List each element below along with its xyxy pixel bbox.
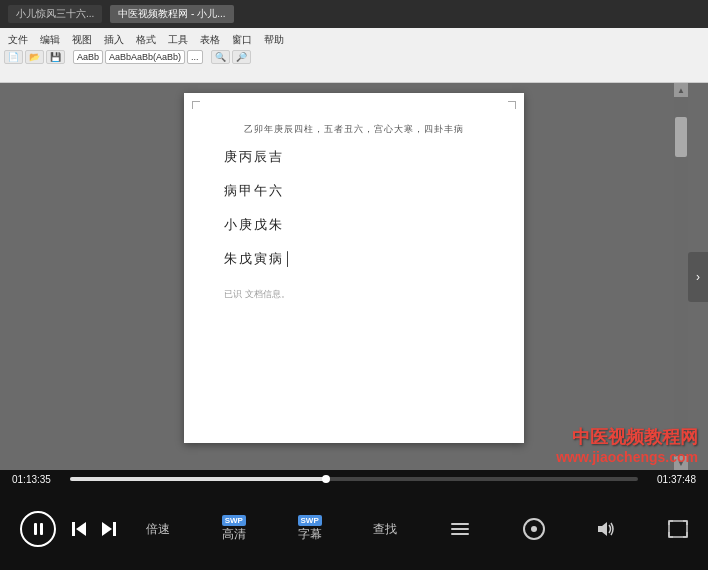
menu-edit[interactable]: 编辑	[36, 32, 64, 48]
next-button[interactable]	[102, 522, 116, 536]
doc-line-2: 病甲午六	[224, 182, 484, 200]
scroll-thumb[interactable]	[675, 117, 687, 157]
prev-icon	[72, 522, 86, 536]
volume-icon	[596, 520, 616, 538]
subtitle-button[interactable]: SWP 字幕	[298, 515, 322, 543]
find-label: 查找	[373, 521, 397, 538]
toolbar-new[interactable]: 📄	[4, 50, 23, 64]
document-area: ▲ ▼ › 乙卯年庚辰四柱，五者丑六，宫心大寒，四卦丰病 庚丙辰吉 病甲午六 小…	[0, 83, 708, 470]
toolbar-area: 文件 编辑 视图 插入 格式 工具 表格 窗口 帮助 📄 📂 💾 AaBb Aa…	[0, 28, 708, 83]
speed-label: 倍速	[146, 521, 170, 538]
doc-line-3: 小庚戊朱	[224, 216, 484, 234]
time-total: 01:37:48	[646, 474, 696, 485]
svg-rect-1	[669, 521, 687, 537]
menu-bar: 文件 编辑 视图 插入 格式 工具 表格 窗口 帮助	[4, 30, 704, 50]
scroll-up[interactable]: ▲	[674, 83, 688, 97]
playlist-button[interactable]	[449, 521, 471, 537]
menu-insert[interactable]: 插入	[100, 32, 128, 48]
menu-tools[interactable]: 工具	[164, 32, 192, 48]
progress-area: 01:13:35 01:37:48	[0, 470, 708, 488]
style-selector: AaBb AaBbAaBb(AaBb) ...	[73, 50, 203, 64]
document-page: 乙卯年庚辰四柱，五者丑六，宫心大寒，四卦丰病 庚丙辰吉 病甲午六 小庚戊朱 朱戊…	[184, 93, 524, 443]
title-bar: 小儿惊风三十六... 中医视频教程网 - 小儿...	[0, 0, 708, 28]
wps-window: 小儿惊风三十六... 中医视频教程网 - 小儿... 文件 编辑 视图 插入 格…	[0, 0, 708, 470]
prev-button[interactable]	[72, 522, 86, 536]
corner-mark-tl	[192, 101, 200, 109]
quality-label: 高清	[222, 526, 246, 543]
style-h1[interactable]: AaBbAaBb(AaBb)	[105, 50, 185, 64]
time-elapsed: 01:13:35	[12, 474, 62, 485]
style-normal[interactable]: AaBb	[73, 50, 103, 64]
svg-marker-0	[598, 522, 607, 536]
right-controls: 倍速 SWP 高清 SWP 字幕 查找	[146, 515, 688, 543]
progress-bar[interactable]	[70, 477, 638, 481]
menu-table[interactable]: 表格	[196, 32, 224, 48]
controls-row: 倍速 SWP 高清 SWP 字幕 查找	[0, 488, 708, 570]
loop-icon	[523, 518, 545, 540]
style-more[interactable]: ...	[187, 50, 203, 64]
fullscreen-button[interactable]	[668, 520, 688, 538]
progress-fill	[70, 477, 326, 481]
progress-dot	[322, 475, 330, 483]
scroll-track[interactable]	[674, 97, 688, 456]
play-pause-button[interactable]	[20, 511, 56, 547]
doc-line-4: 朱戊寅病│	[224, 250, 484, 268]
toolbar-search[interactable]: 🔍	[211, 50, 230, 64]
next-icon	[102, 522, 116, 536]
menu-file[interactable]: 文件	[4, 32, 32, 48]
document-title-line: 乙卯年庚辰四柱，五者丑六，宫心大寒，四卦丰病	[224, 123, 484, 136]
toolbar-open[interactable]: 📂	[25, 50, 44, 64]
speed-button[interactable]: 倍速	[146, 521, 170, 538]
corner-mark-tr	[508, 101, 516, 109]
video-controls: 01:13:35 01:37:48	[0, 470, 708, 570]
document-viewer: 小儿惊风三十六... 中医视频教程网 - 小儿... 文件 编辑 视图 插入 格…	[0, 0, 708, 470]
subtitle-label: 字幕	[298, 526, 322, 543]
loop-button[interactable]	[523, 518, 545, 540]
menu-window[interactable]: 窗口	[228, 32, 256, 48]
volume-button[interactable]	[596, 520, 616, 538]
menu-view[interactable]: 视图	[68, 32, 96, 48]
list-icon	[449, 521, 471, 537]
playback-buttons	[20, 511, 116, 547]
cursor: │	[284, 251, 294, 266]
toolbar-save[interactable]: 💾	[46, 50, 65, 64]
pause-icon	[34, 523, 43, 535]
tab-doc1[interactable]: 小儿惊风三十六...	[8, 5, 102, 23]
menu-help[interactable]: 帮助	[260, 32, 288, 48]
quality-button[interactable]: SWP 高清	[222, 515, 246, 543]
menu-format[interactable]: 格式	[132, 32, 160, 48]
scrollbar[interactable]: ▲ ▼	[674, 83, 688, 470]
doc-line-1: 庚丙辰吉	[224, 148, 484, 166]
toolbar-buttons: 📄 📂 💾 AaBb AaBbAaBb(AaBb) ... 🔍 🔎	[4, 50, 704, 64]
find-button[interactable]: 查找	[373, 521, 397, 538]
scroll-down[interactable]: ▼	[674, 456, 688, 470]
tab-doc2[interactable]: 中医视频教程网 - 小儿...	[110, 5, 233, 23]
toolbar-zoom[interactable]: 🔎	[232, 50, 251, 64]
fullscreen-icon	[668, 520, 688, 538]
subtitle-badge: SWP	[298, 515, 322, 526]
quality-badge: SWP	[222, 515, 246, 526]
panel-expand-arrow[interactable]: ›	[688, 252, 708, 302]
play-circle	[20, 511, 56, 547]
document-footer: 已识 文档信息。	[224, 288, 484, 301]
